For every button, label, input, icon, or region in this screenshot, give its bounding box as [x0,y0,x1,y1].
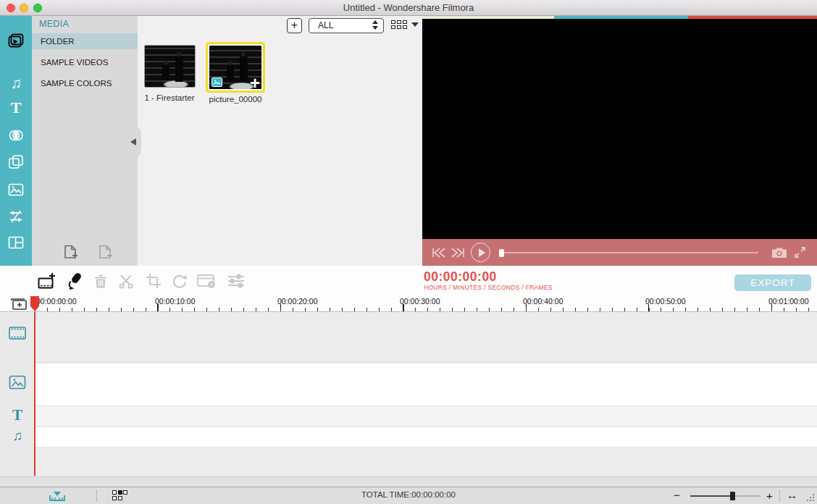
app-window: Untitled - Wondershare Filmora ♫ T [0,0,817,504]
video-thumbnail-image [144,45,196,88]
edit-toolbar: 00:00:00:00 HOURS / MINUTES / SECONDS / … [0,266,817,295]
grid-view-icon [391,20,407,29]
timeline-zoom-slider[interactable] [690,495,761,497]
split-button[interactable] [116,271,136,291]
delete-button[interactable] [91,271,111,291]
nav-splitscreen[interactable] [0,230,32,256]
nav-music[interactable]: ♫ [0,70,32,96]
image-icon [7,180,25,199]
next-frame-button[interactable] [451,248,465,258]
nav-pip[interactable] [0,177,32,203]
text-tool-icon: T [11,100,22,116]
add-to-timeline-button[interactable] [36,271,56,291]
import-file-icon[interactable] [62,243,80,262]
nav-transitions[interactable] [0,122,32,148]
split-scissors-icon [117,272,135,290]
rotate-icon [171,272,188,290]
music-icon: ♫ [10,75,22,91]
zoom-to-fit-button[interactable]: ↔ [787,489,797,501]
settings-window-icon [196,272,217,290]
timecode-caption: HOURS / MINUTES / SECONDS / FRAMES [424,284,553,291]
media-thumbnail-selected[interactable]: + picture_00000 [206,42,265,93]
audio-track[interactable] [0,427,817,448]
filter-value: ALL [318,20,333,30]
crop-button[interactable] [143,271,164,291]
nav-media[interactable] [0,28,32,54]
zoom-in-button[interactable]: + [766,490,773,502]
current-timecode: 00:00:00:00 [424,269,497,285]
zoom-slider-fill [690,495,732,497]
media-item-folder[interactable]: FOLDER [32,33,138,49]
clip-settings-button[interactable] [196,271,217,291]
crop-icon [145,272,162,290]
nav-text[interactable]: T [0,95,32,121]
total-time-label: TOTAL TIME:00:00:00:00 [0,490,817,499]
timeline-ruler[interactable]: 00:00:00:00 00:00:10:00 00:00:20:00 00:0… [0,295,817,312]
playhead-line[interactable] [34,312,35,476]
add-to-timeline-icon [37,272,56,291]
media-item-sample-colors[interactable]: SAMPLE COLORS [32,75,138,91]
image-type-badge-icon [211,77,222,87]
record-voiceover-button[interactable] [64,271,84,291]
media-panel-header: MEDIA [39,19,69,29]
export-button[interactable]: EXPORT [734,274,811,291]
nav-split[interactable] [0,203,32,230]
media-item-sample-videos[interactable]: SAMPLE VIDEOS [32,54,138,70]
divider [779,490,780,502]
timeline-tracks: T ♫ [0,313,817,487]
snapshot-button[interactable] [771,247,787,259]
audio-track-icon: ♫ [0,429,35,442]
remove-file-icon[interactable] [97,243,114,262]
view-mode-dropdown[interactable] [391,20,419,29]
progress-handle[interactable] [499,249,504,257]
media-thumbnail[interactable]: 1 - Firestarter [144,45,196,88]
play-button[interactable] [471,243,490,262]
text-track-icon: T [0,408,35,423]
media-library-icon [7,32,25,51]
add-media-button[interactable]: + [287,18,302,33]
chevron-down-icon [411,22,419,27]
select-arrows-icon [372,20,378,30]
collapse-arrow-icon [130,138,136,146]
collapse-panel-tab[interactable] [125,125,141,159]
swap-arrows-icon [7,207,25,226]
sliders-icon [227,272,246,290]
manage-tracks-icon[interactable] [10,298,28,311]
nav-elements[interactable] [0,149,32,175]
playhead-marker[interactable] [30,296,39,311]
progress-track [499,252,758,253]
playback-progress-slider[interactable] [499,248,758,257]
empty-track-area[interactable] [0,448,817,476]
media-panel: MEDIA FOLDER SAMPLE VIDEOS SAMPLE COLORS [32,16,138,272]
rotate-button[interactable] [169,271,190,291]
image-thumbnail-image: + [209,46,261,89]
microphone-icon [64,272,83,290]
track-header-gutter: T ♫ [0,313,35,476]
pip-track-icon [0,374,35,390]
previous-frame-button[interactable] [432,248,446,258]
zoom-out-button[interactable]: − [674,489,680,501]
text-track[interactable] [0,407,817,427]
nav-rail: ♫ T [0,16,32,272]
ruler-ticks [35,304,817,311]
adjust-button[interactable] [226,271,246,291]
zoom-slider-handle[interactable] [730,492,735,500]
pip-track[interactable] [0,364,817,406]
media-library: + ALL 1 - Firestarter [138,16,422,272]
add-to-timeline-overlay[interactable]: + [250,75,260,89]
video-track-icon [0,326,35,340]
video-track[interactable] [0,313,817,363]
filter-dropdown[interactable]: ALL [309,18,384,33]
trash-icon [92,272,109,290]
fullscreen-button[interactable] [794,246,806,259]
transitions-icon [7,126,25,145]
preview-panel [422,16,817,266]
resize-grip[interactable] [805,492,816,503]
video-preview-screen [422,19,817,239]
elements-icon [7,153,25,172]
titlebar: Untitled - Wondershare Filmora [0,0,817,16]
timeline-scrollbar[interactable] [0,476,817,487]
playback-controls [422,239,817,266]
thumbnail-label: picture_00000 [185,95,286,104]
play-icon [479,248,485,257]
